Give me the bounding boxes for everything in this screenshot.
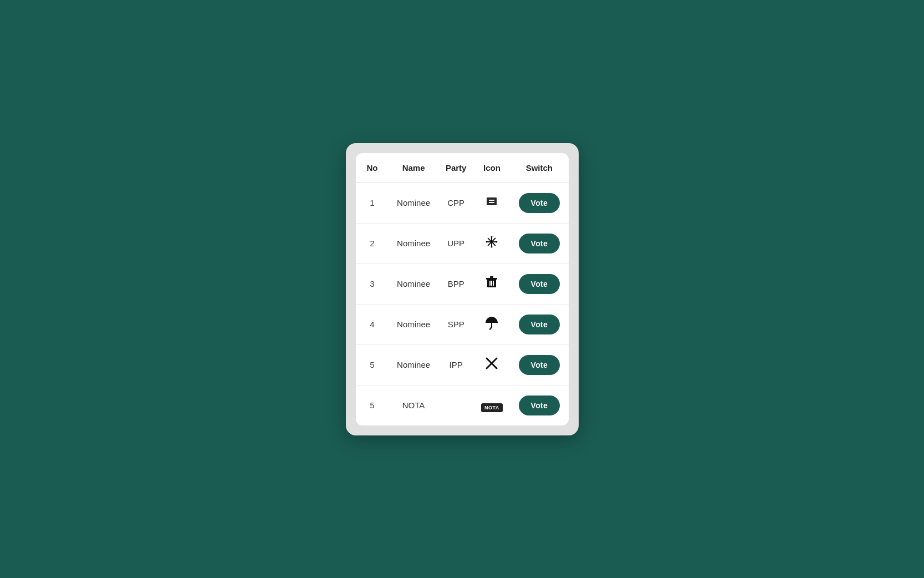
col-header-switch: Switch xyxy=(510,153,568,183)
svg-rect-15 xyxy=(491,281,492,286)
nominee-name: Nominee xyxy=(389,182,438,223)
vote-button-row-5[interactable]: Vote xyxy=(519,355,560,375)
nominee-name: NOTA xyxy=(389,385,438,425)
col-header-no: No xyxy=(356,153,389,183)
table-row: 5NOTANOTAVote xyxy=(356,385,569,425)
svg-rect-0 xyxy=(487,197,497,205)
party-icon xyxy=(474,344,511,385)
row-number: 3 xyxy=(356,263,389,304)
party-name: BPP xyxy=(438,263,474,304)
vote-cell: Vote xyxy=(510,182,568,223)
vote-button-row-2[interactable]: Vote xyxy=(519,234,560,253)
svg-rect-1 xyxy=(489,200,494,201)
row-number: 1 xyxy=(356,182,389,223)
vote-cell: Vote xyxy=(510,304,568,344)
row-number: 5 xyxy=(356,385,389,425)
snowflake-icon xyxy=(485,237,498,251)
table-row: 1NomineeCPP Vote xyxy=(356,182,569,223)
vote-button-row-3[interactable]: Vote xyxy=(519,274,560,294)
party-icon: NOTA xyxy=(474,385,511,425)
row-number: 5 xyxy=(356,344,389,385)
svg-point-9 xyxy=(486,241,488,242)
ballot-icon xyxy=(485,197,498,211)
party-name: SPP xyxy=(438,304,474,344)
svg-point-10 xyxy=(496,241,498,242)
table-header-row: No Name Party Icon Switch xyxy=(356,153,569,183)
svg-rect-13 xyxy=(490,276,493,278)
vote-button-row-6[interactable]: Vote xyxy=(519,396,560,415)
svg-rect-12 xyxy=(486,278,497,280)
outer-card: No Name Party Icon Switch 1NomineeCPP Vo… xyxy=(346,143,579,435)
svg-rect-16 xyxy=(493,281,494,286)
col-header-party: Party xyxy=(438,153,474,183)
voting-table: No Name Party Icon Switch 1NomineeCPP Vo… xyxy=(356,153,569,425)
table-row: 3NomineeBPP Vote xyxy=(356,263,569,304)
party-icon xyxy=(474,182,511,223)
nominee-name: Nominee xyxy=(389,304,438,344)
trash-icon xyxy=(486,278,498,292)
party-icon xyxy=(474,263,511,304)
svg-point-7 xyxy=(491,236,493,237)
party-name: CPP xyxy=(438,182,474,223)
party-icon xyxy=(474,223,511,263)
inner-card: No Name Party Icon Switch 1NomineeCPP Vo… xyxy=(356,153,569,425)
tools-icon xyxy=(485,359,498,373)
vote-cell: Vote xyxy=(510,223,568,263)
party-icon xyxy=(474,304,511,344)
col-header-name: Name xyxy=(389,153,438,183)
umbrella-icon xyxy=(485,319,498,333)
row-number: 4 xyxy=(356,304,389,344)
vote-button-row-4[interactable]: Vote xyxy=(519,315,560,334)
nominee-name: Nominee xyxy=(389,263,438,304)
table-row: 5NomineeIPP Vote xyxy=(356,344,569,385)
svg-rect-2 xyxy=(489,202,494,203)
party-name xyxy=(438,385,474,425)
table-row: 2NomineeUPP Vote xyxy=(356,223,569,263)
svg-rect-14 xyxy=(489,281,491,286)
party-name: UPP xyxy=(438,223,474,263)
nominee-name: Nominee xyxy=(389,344,438,385)
party-name: IPP xyxy=(438,344,474,385)
vote-cell: Vote xyxy=(510,385,568,425)
table-row: 4NomineeSPP Vote xyxy=(356,304,569,344)
vote-cell: Vote xyxy=(510,263,568,304)
vote-button-row-1[interactable]: Vote xyxy=(519,193,560,213)
col-header-icon: Icon xyxy=(474,153,511,183)
svg-point-8 xyxy=(491,246,493,247)
nominee-name: Nominee xyxy=(389,223,438,263)
row-number: 2 xyxy=(356,223,389,263)
vote-cell: Vote xyxy=(510,344,568,385)
nota-badge: NOTA xyxy=(481,403,503,412)
